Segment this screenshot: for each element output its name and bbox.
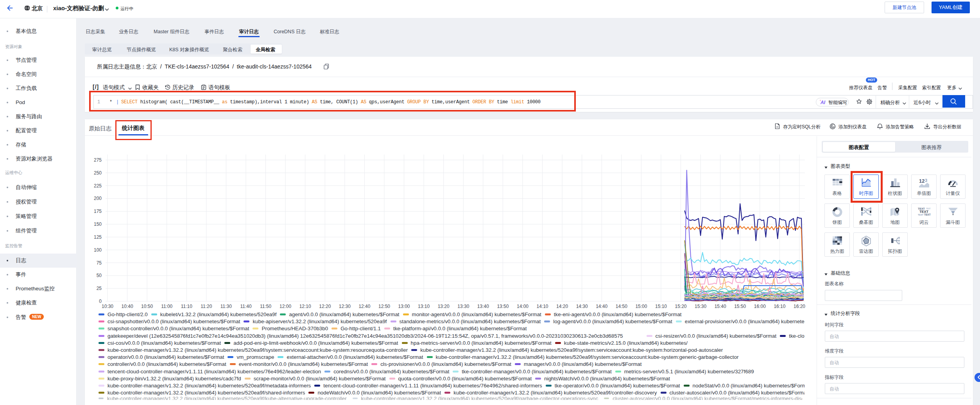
svg-text:AI: AI (820, 100, 826, 105)
svg-text:14:10: 14:10 (536, 304, 548, 309)
svg-text:11:50: 11:50 (260, 304, 271, 309)
svg-text:150: 150 (94, 221, 102, 227)
svg-text:75: 75 (97, 260, 102, 266)
svg-text:14:40: 14:40 (596, 304, 607, 309)
svg-text:16:00: 16:00 (754, 304, 766, 309)
svg-text:10:50: 10:50 (141, 304, 153, 309)
svg-text:16:20: 16:20 (794, 304, 805, 309)
svg-text:14:30: 14:30 (576, 304, 588, 309)
svg-text:12:40: 12:40 (358, 304, 370, 309)
svg-text:200: 200 (94, 196, 102, 201)
svg-text:16:10: 16:10 (774, 304, 785, 309)
svg-text:15:40: 15:40 (715, 304, 726, 309)
svg-text:14:00: 14:00 (517, 304, 529, 309)
svg-text:13:00: 13:00 (398, 304, 410, 309)
svg-text:125: 125 (94, 234, 102, 240)
svg-text:275: 275 (94, 157, 102, 163)
svg-text:12:20: 12:20 (319, 304, 331, 309)
svg-text:50: 50 (97, 273, 102, 278)
svg-text:25: 25 (97, 286, 102, 291)
svg-text:12: 12 (919, 178, 924, 184)
svg-text:TEXT: TEXT (918, 214, 924, 216)
svg-text:15:30: 15:30 (695, 304, 706, 309)
svg-text:250: 250 (94, 170, 102, 176)
svg-text:15:00: 15:00 (635, 304, 647, 309)
svg-text:15:10: 15:10 (655, 304, 667, 309)
svg-text:13:30: 13:30 (457, 304, 469, 309)
svg-text:12:50: 12:50 (378, 304, 390, 309)
svg-text:225: 225 (94, 183, 102, 189)
svg-text:15:50: 15:50 (734, 304, 746, 309)
svg-text:15:20: 15:20 (675, 304, 686, 309)
svg-text:TEXT: TEXT (924, 213, 931, 216)
svg-text:11:30: 11:30 (220, 304, 232, 309)
svg-text:11:10: 11:10 (181, 304, 192, 309)
svg-text:10:30: 10:30 (102, 304, 113, 309)
svg-text:13:50: 13:50 (497, 304, 509, 309)
svg-text:11:00: 11:00 (161, 304, 172, 309)
svg-text:11:20: 11:20 (201, 304, 212, 309)
svg-text:13:40: 13:40 (477, 304, 489, 309)
svg-text:14:20: 14:20 (556, 304, 568, 309)
svg-text:10:40: 10:40 (122, 304, 133, 309)
svg-text:3: 3 (925, 178, 927, 183)
svg-text:12:00: 12:00 (279, 304, 291, 309)
svg-text:12:30: 12:30 (339, 304, 351, 309)
svg-text:12:10: 12:10 (299, 304, 311, 309)
svg-text:11:40: 11:40 (240, 304, 251, 309)
svg-text:14:50: 14:50 (616, 304, 627, 309)
svg-text:100: 100 (94, 247, 102, 253)
svg-text:13:20: 13:20 (438, 304, 450, 309)
svg-text:175: 175 (94, 209, 102, 214)
svg-text:0: 0 (99, 299, 102, 304)
svg-text:13:10: 13:10 (418, 304, 430, 309)
